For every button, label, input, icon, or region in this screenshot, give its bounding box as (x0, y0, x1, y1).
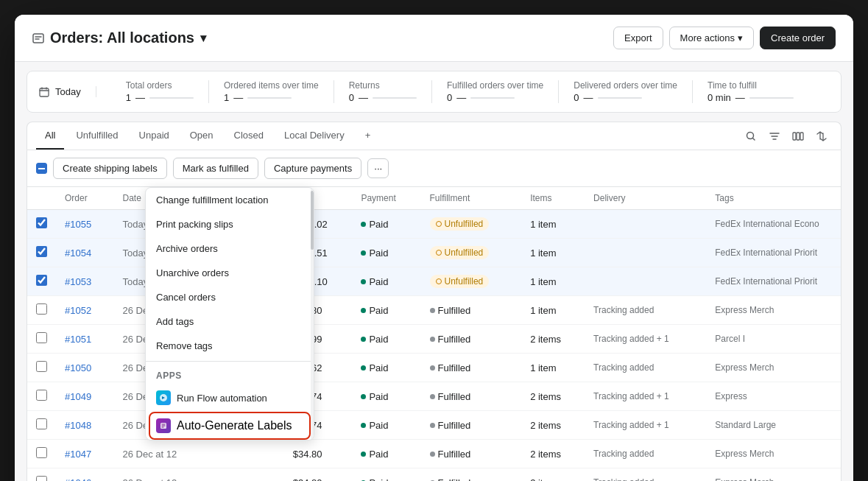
today-label: Today (55, 86, 81, 97)
dropdown-item-change-fulfillment[interactable]: Change fulfillment location (146, 188, 314, 212)
stat-label-2: Returns (349, 80, 417, 91)
row-checkbox-2[interactable] (36, 275, 47, 286)
row-checkbox-cell-6 (27, 382, 56, 411)
row-payment-2: Paid (352, 267, 420, 296)
dropdown-divider (146, 361, 314, 362)
tab-unfulfilled[interactable]: Unfulfilled (67, 122, 127, 150)
row-tags-9: Express Merch (706, 468, 841, 482)
dropdown-item-auto-generate[interactable]: Auto-Generate Labels (150, 413, 309, 438)
dropdown-item-run-flow[interactable]: Run Flow automation (146, 384, 314, 412)
row-fulfillment-0: Unfulfilled (421, 210, 522, 239)
export-button[interactable]: Export (613, 27, 663, 49)
tab-closed[interactable]: Closed (225, 122, 272, 150)
row-order-id-2[interactable]: #1053 (56, 267, 113, 296)
action-bar: Create shipping labels Mark as fulfilled… (27, 150, 841, 187)
row-total-8: $34.80 (284, 440, 353, 468)
row-tags-3: Express Merch (706, 296, 841, 325)
stat-label-1: Ordered items over time (224, 80, 319, 91)
row-fulfillment-7: Fulfilled (421, 411, 522, 440)
row-checkbox-8[interactable] (36, 447, 47, 458)
tab-open[interactable]: Open (181, 122, 222, 150)
stat-ordered-items: Ordered items over time 1 — (209, 80, 334, 103)
columns-button[interactable] (788, 126, 808, 147)
row-total-9: $34.80 (284, 468, 353, 482)
dropdown-label-change-fulfillment: Change fulfillment location (156, 194, 268, 206)
row-order-id-3[interactable]: #1052 (56, 296, 113, 325)
row-items-7: 2 items (521, 411, 585, 440)
stat-label-3: Fulfilled orders over time (447, 80, 543, 91)
row-checkbox-1[interactable] (36, 246, 47, 257)
row-items-0: 1 item (521, 210, 585, 239)
row-checkbox-cell-2 (27, 267, 56, 296)
row-fulfillment-6: Fulfilled (421, 382, 522, 411)
row-order-id-8[interactable]: #1047 (56, 440, 113, 468)
row-order-id-9[interactable]: #1046 (56, 468, 113, 482)
filter-button[interactable] (764, 126, 785, 147)
row-fulfillment-3: Fulfilled (421, 296, 522, 325)
stat-time-to-fulfill: Time to fulfill 0 min — (693, 80, 808, 103)
today-filter[interactable]: Today (39, 86, 96, 97)
row-checkbox-cell-3 (27, 296, 56, 325)
header-tags: Tags (706, 187, 841, 210)
orders-icon (32, 32, 44, 44)
tab-all[interactable]: All (36, 122, 64, 150)
row-order-id-6[interactable]: #1049 (56, 382, 113, 411)
table-container: Create shipping labels Mark as fulfilled… (27, 150, 841, 481)
row-checkbox-cell-8 (27, 440, 56, 468)
row-checkbox-7[interactable] (36, 418, 47, 429)
capture-payments-button[interactable]: Capture payments (264, 158, 361, 179)
dropdown-menu: Change fulfillment location Print packin… (145, 187, 314, 440)
row-items-3: 1 item (521, 296, 585, 325)
create-order-button[interactable]: Create order (760, 27, 836, 49)
dropdown-item-cancel[interactable]: Cancel orders (146, 285, 314, 309)
row-delivery-7: Tracking added + 1 (585, 411, 706, 440)
dropdown-item-unarchive[interactable]: Unarchive orders (146, 261, 314, 285)
row-checkbox-cell-7 (27, 411, 56, 440)
row-delivery-5: Tracking added (585, 354, 706, 382)
row-items-4: 2 items (521, 325, 585, 354)
stat-label-5: Time to fulfill (708, 80, 794, 91)
more-actions-dots-button[interactable]: ··· (367, 158, 389, 178)
row-checkbox-4[interactable] (36, 332, 47, 343)
tab-unpaid[interactable]: Unpaid (130, 122, 178, 150)
dropdown-label-add-tags: Add tags (156, 316, 194, 327)
select-all-checkbox[interactable] (36, 163, 47, 174)
tab-local-delivery[interactable]: Local Delivery (275, 122, 353, 150)
dropdown-item-print-packing[interactable]: Print packing slips (146, 212, 314, 236)
row-checkbox-6[interactable] (36, 390, 47, 401)
tab-add[interactable]: + (356, 122, 380, 150)
row-payment-6: Paid (352, 382, 420, 411)
row-delivery-2 (585, 267, 706, 296)
row-order-id-5[interactable]: #1050 (56, 354, 113, 382)
title-chevron[interactable]: ▾ (200, 31, 206, 45)
sort-button[interactable] (811, 126, 832, 147)
dropdown-item-remove-tags[interactable]: Remove tags (146, 334, 314, 358)
row-order-id-1[interactable]: #1054 (56, 239, 113, 267)
row-date-9: 26 Dec at 12 (113, 468, 211, 482)
dropdown-item-archive[interactable]: Archive orders (146, 236, 314, 261)
row-order-id-0[interactable]: #1055 (56, 210, 113, 239)
row-order-id-4[interactable]: #1051 (56, 325, 113, 354)
mark-as-fulfilled-button[interactable]: Mark as fulfilled (173, 158, 258, 179)
row-date-8: 26 Dec at 12 (113, 440, 211, 468)
row-checkbox-0[interactable] (36, 217, 47, 228)
row-checkbox-3[interactable] (36, 303, 47, 315)
row-tags-5: Express Merch (706, 354, 841, 382)
stat-label-4: Delivered orders over time (574, 80, 677, 91)
row-fulfillment-8: Fulfilled (421, 440, 522, 468)
dropdown-item-add-tags[interactable]: Add tags (146, 309, 314, 334)
more-actions-button[interactable]: More actions ▾ (669, 27, 754, 49)
row-delivery-4: Tracking added + 1 (585, 325, 706, 354)
create-shipping-labels-button[interactable]: Create shipping labels (53, 158, 167, 179)
row-checkbox-9[interactable] (36, 476, 47, 481)
row-order-id-7[interactable]: #1048 (56, 411, 113, 440)
row-tags-7: Standard Large (706, 411, 841, 440)
search-button[interactable] (741, 126, 761, 147)
row-fulfillment-1: Unfulfilled (421, 239, 522, 267)
row-checkbox-cell-9 (27, 468, 56, 482)
row-fulfillment-9: Fulfilled (421, 468, 522, 482)
filter-icon (769, 130, 780, 142)
row-items-5: 1 item (521, 354, 585, 382)
row-checkbox-5[interactable] (36, 361, 47, 372)
row-tags-6: Express (706, 382, 841, 411)
